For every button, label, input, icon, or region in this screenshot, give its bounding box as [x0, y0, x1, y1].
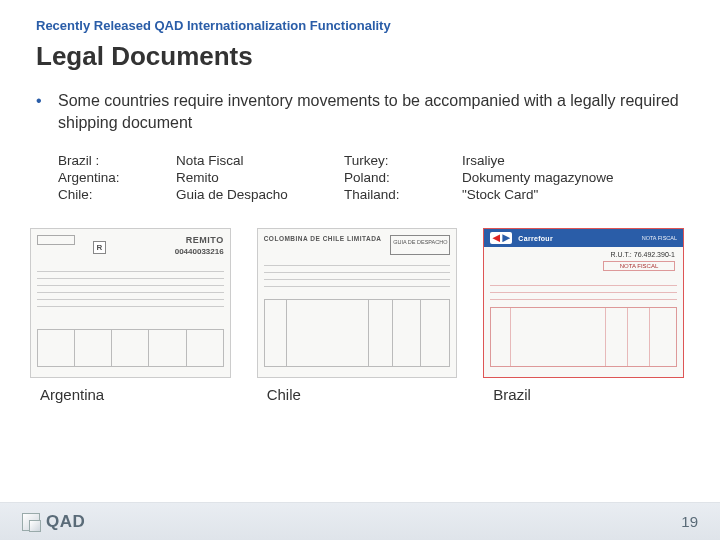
country-doc-table: Brazil : Argentina: Chile: Nota Fiscal R… — [58, 153, 684, 202]
country-label: Turkey: — [344, 153, 422, 168]
doc-name: Dokumenty magazynowe — [462, 170, 614, 185]
caption: Argentina — [30, 386, 231, 403]
bullet-text: Some countries require inventory movemen… — [58, 90, 684, 133]
country-label: Argentina: — [58, 170, 136, 185]
doc-name: Nota Fiscal — [176, 153, 304, 168]
chile-company: COLOMBINA DE CHILE LIMITADA — [264, 235, 382, 242]
sample-doc-brazil: Carrefour NOTA FISCAL R.U.T.: 76.492.390… — [483, 228, 684, 378]
carrefour-header: Carrefour NOTA FISCAL — [484, 229, 683, 247]
country-label: Chile: — [58, 187, 136, 202]
brazil-rut: R.U.T.: 76.492.390-1 — [610, 251, 675, 258]
country-labels-left: Brazil : Argentina: Chile: — [58, 153, 136, 202]
qad-logo-text: QAD — [46, 512, 85, 532]
qad-logo-icon — [22, 513, 40, 531]
doc-name: Guia de Despacho — [176, 187, 304, 202]
nota-fiscal-hint: NOTA FISCAL — [642, 235, 677, 241]
sample-doc-argentina: R REMITO 00440033216 — [30, 228, 231, 378]
qad-logo: QAD — [22, 512, 85, 532]
r-mark: R — [93, 241, 106, 254]
country-label: Poland: — [344, 170, 422, 185]
page-number: 19 — [681, 513, 698, 530]
pre-title: Recently Released QAD Internationalizati… — [36, 18, 684, 33]
caption: Brazil — [483, 386, 684, 403]
country-labels-right: Turkey: Poland: Thailand: — [344, 153, 422, 202]
doc-name: "Stock Card" — [462, 187, 614, 202]
sample-documents-row: R REMITO 00440033216 COLOMBINA DE CHILE … — [30, 228, 684, 378]
country-label: Brazil : — [58, 153, 136, 168]
bullet-item: • Some countries require inventory movem… — [36, 90, 684, 133]
remito-label: REMITO — [186, 235, 224, 245]
chile-doc-title: GUIA DE DESPACHO — [390, 235, 450, 255]
remito-number: 00440033216 — [175, 247, 224, 256]
carrefour-text: Carrefour — [518, 235, 553, 242]
captions-row: Argentina Chile Brazil — [30, 386, 684, 403]
slide: Recently Released QAD Internationalizati… — [0, 0, 720, 540]
sample-doc-chile: COLOMBINA DE CHILE LIMITADA GUIA DE DESP… — [257, 228, 458, 378]
doc-name: Remito — [176, 170, 304, 185]
country-label: Thailand: — [344, 187, 422, 202]
carrefour-logo-icon — [490, 232, 512, 244]
bullet-dot-icon: • — [36, 90, 58, 133]
slide-footer: QAD 19 — [0, 502, 720, 540]
brazil-doc-title-box: NOTA FISCAL — [603, 261, 675, 271]
doc-names-left: Nota Fiscal Remito Guia de Despacho — [176, 153, 304, 202]
doc-name: Irsaliye — [462, 153, 614, 168]
doc-names-right: Irsaliye Dokumenty magazynowe "Stock Car… — [462, 153, 614, 202]
caption: Chile — [257, 386, 458, 403]
slide-title: Legal Documents — [36, 41, 684, 72]
